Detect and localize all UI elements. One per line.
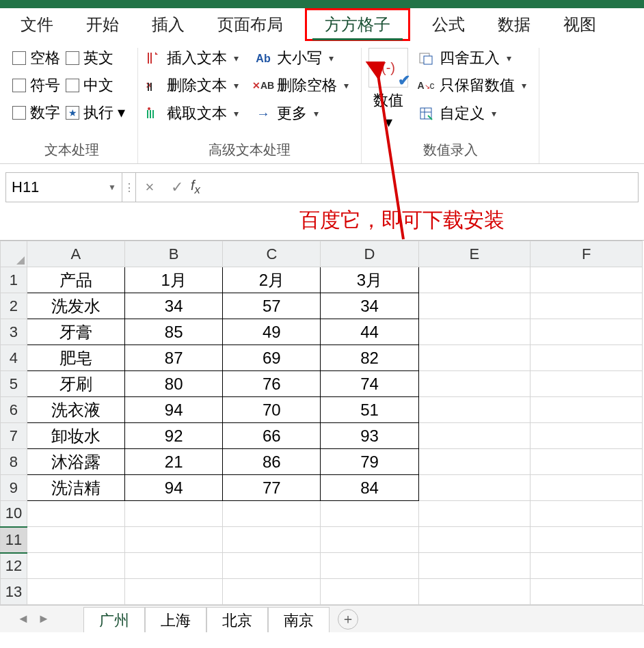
spreadsheet-grid[interactable]: ABCDEF1产品1月2月3月2洗发水3457343牙膏8549444肥皂876… — [0, 240, 644, 605]
cell-C1[interactable]: 2月 — [223, 267, 321, 293]
cell-D10[interactable] — [321, 501, 418, 527]
cell-E10[interactable] — [418, 501, 531, 527]
cell-D1[interactable]: 3月 — [321, 267, 418, 293]
cell-B4[interactable]: 87 — [125, 345, 223, 371]
cell-A2[interactable]: 洗发水 — [27, 293, 124, 319]
cell-E8[interactable] — [418, 449, 531, 475]
check-中文[interactable]: 中文 — [66, 75, 125, 96]
cell-B2[interactable]: 34 — [125, 293, 223, 319]
cell-A7[interactable]: 卸妆水 — [27, 423, 124, 449]
cell-B9[interactable]: 94 — [125, 475, 223, 501]
cell-B12[interactable] — [125, 553, 223, 579]
cell-A8[interactable]: 沐浴露 — [27, 449, 124, 475]
cell-A10[interactable] — [27, 501, 124, 527]
cell-B11[interactable] — [125, 527, 223, 553]
cell-B10[interactable] — [125, 501, 223, 527]
sheet-tab-北京[interactable]: 北京 — [206, 607, 268, 633]
cell-E4[interactable] — [418, 345, 531, 371]
sheet-nav-prev[interactable]: ◄ — [14, 612, 33, 626]
cell-F4[interactable] — [531, 345, 643, 371]
row-header-13[interactable]: 13 — [1, 579, 27, 605]
cell-C3[interactable]: 49 — [223, 319, 321, 345]
col-header-F[interactable]: F — [531, 241, 643, 267]
cell-A5[interactable]: 牙刷 — [27, 371, 124, 397]
select-all-corner[interactable] — [1, 241, 27, 267]
sheet-tab-上海[interactable]: 上海 — [145, 607, 206, 633]
cell-B8[interactable]: 21 — [125, 449, 223, 475]
cell-E7[interactable] — [418, 423, 531, 449]
cell-A9[interactable]: 洗洁精 — [27, 475, 124, 501]
cell-C8[interactable]: 86 — [223, 449, 321, 475]
cell-D9[interactable]: 84 — [321, 475, 418, 501]
btn-插入文本[interactable]: 插入文本▾ — [145, 48, 239, 68]
cell-D8[interactable]: 79 — [321, 449, 418, 475]
cell-B6[interactable]: 94 — [125, 397, 223, 423]
row-header-9[interactable]: 9 — [1, 475, 27, 501]
sheet-tab-南京[interactable]: 南京 — [268, 607, 330, 633]
btn-大小写[interactable]: Ab大小写▾ — [255, 48, 349, 68]
row-header-1[interactable]: 1 — [1, 267, 27, 293]
cell-C5[interactable]: 76 — [223, 371, 321, 397]
cell-F3[interactable] — [531, 319, 643, 345]
cell-A6[interactable]: 洗衣液 — [27, 397, 124, 423]
cell-F1[interactable] — [531, 267, 643, 293]
check-执行[interactable]: ★执行 ▾ — [66, 103, 125, 123]
cell-F2[interactable] — [531, 293, 643, 319]
row-header-3[interactable]: 3 — [1, 319, 27, 345]
cell-A11[interactable] — [27, 527, 124, 553]
row-header-8[interactable]: 8 — [1, 449, 27, 475]
cell-C6[interactable]: 70 — [223, 397, 321, 423]
tab-视图[interactable]: 视图 — [552, 8, 607, 41]
cell-B3[interactable]: 85 — [125, 319, 223, 345]
tab-数据[interactable]: 数据 — [487, 8, 541, 41]
cell-D7[interactable]: 93 — [321, 423, 418, 449]
cell-A3[interactable]: 牙膏 — [27, 319, 124, 345]
tab-方方格子[interactable]: 方方格子 — [305, 8, 410, 41]
cell-F6[interactable] — [531, 397, 643, 423]
cancel-icon[interactable]: × — [136, 178, 163, 196]
cell-D3[interactable]: 44 — [321, 319, 418, 345]
cell-C11[interactable] — [223, 527, 321, 553]
cell-D11[interactable] — [321, 527, 418, 553]
btn-只保留数值[interactable]: A↘c只保留数值▾ — [418, 75, 526, 96]
tab-开始[interactable]: 开始 — [75, 8, 130, 41]
col-header-A[interactable]: A — [27, 241, 124, 267]
cell-D12[interactable] — [321, 553, 418, 579]
formula-bar-expand[interactable]: ⋮ — [122, 173, 136, 202]
sheet-nav-next[interactable]: ► — [34, 612, 53, 626]
col-header-E[interactable]: E — [418, 241, 531, 267]
enter-icon[interactable]: ✓ — [163, 178, 191, 196]
check-英文[interactable]: 英文 — [66, 48, 125, 68]
btn-删除文本[interactable]: ✕删除文本▾ — [145, 75, 239, 96]
row-header-4[interactable]: 4 — [1, 345, 27, 371]
name-box[interactable]: H11 ▼ — [6, 173, 122, 202]
check-空格[interactable]: 空格 — [12, 48, 60, 68]
cell-B7[interactable]: 92 — [125, 423, 223, 449]
cell-A13[interactable] — [27, 579, 124, 605]
cell-C7[interactable]: 66 — [223, 423, 321, 449]
cell-F8[interactable] — [531, 449, 643, 475]
btn-自定义[interactable]: 自定义▾ — [418, 103, 526, 124]
cell-B1[interactable]: 1月 — [125, 267, 223, 293]
check-符号[interactable]: 符号 — [12, 75, 60, 96]
cell-D6[interactable]: 51 — [321, 397, 418, 423]
cell-F12[interactable] — [531, 553, 643, 579]
cell-B5[interactable]: 80 — [125, 371, 223, 397]
cell-E6[interactable] — [418, 397, 531, 423]
btn-删除空格[interactable]: ✕AB删除空格▾ — [255, 75, 349, 96]
cell-D2[interactable]: 34 — [321, 293, 418, 319]
cell-A1[interactable]: 产品 — [27, 267, 124, 293]
cell-C12[interactable] — [223, 553, 321, 579]
row-header-10[interactable]: 10 — [1, 501, 27, 527]
cell-E1[interactable] — [418, 267, 531, 293]
cell-C9[interactable]: 77 — [223, 475, 321, 501]
check-数字[interactable]: 数字 — [12, 103, 60, 123]
cell-D5[interactable]: 74 — [321, 371, 418, 397]
cell-E12[interactable] — [418, 553, 531, 579]
btn-四舍五入[interactable]: 四舍五入▾ — [418, 48, 526, 68]
cell-C10[interactable] — [223, 501, 321, 527]
cell-E13[interactable] — [418, 579, 531, 605]
tab-插入[interactable]: 插入 — [141, 8, 196, 41]
cell-F10[interactable] — [531, 501, 643, 527]
row-header-7[interactable]: 7 — [1, 423, 27, 449]
